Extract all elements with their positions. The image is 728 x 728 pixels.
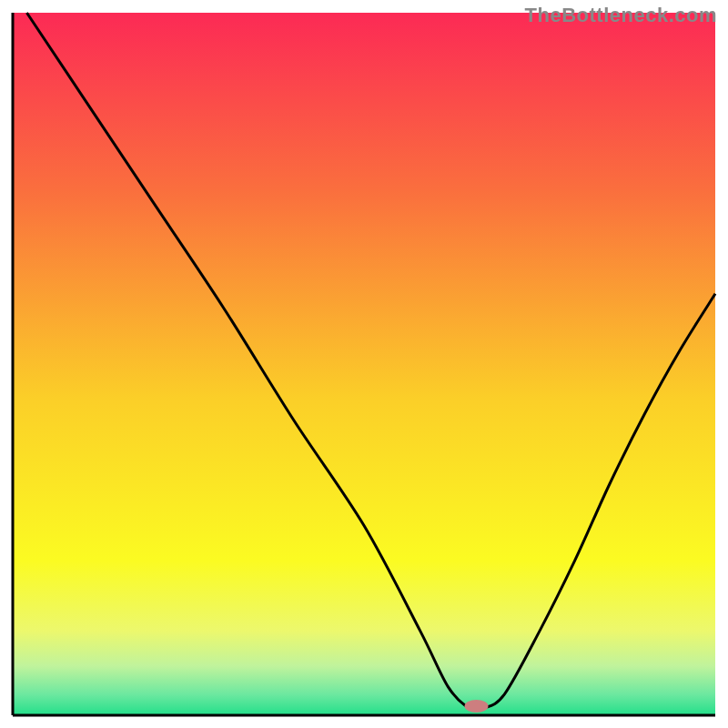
optimal-marker [465,700,489,713]
watermark-text: TheBottleneck.com [525,4,717,27]
chart-container: TheBottleneck.com [0,0,728,728]
chart-background [13,13,715,715]
bottleneck-chart [0,0,728,728]
